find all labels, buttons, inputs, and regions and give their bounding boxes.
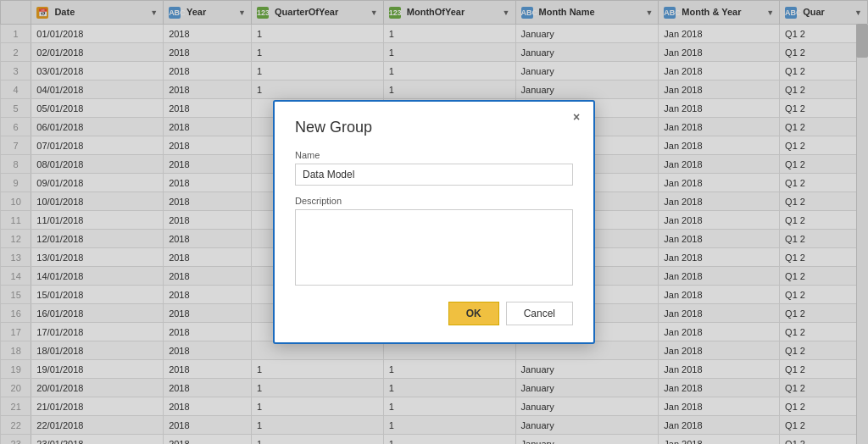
- cancel-button[interactable]: Cancel: [506, 302, 573, 325]
- name-input[interactable]: [295, 164, 573, 186]
- ok-button[interactable]: OK: [448, 302, 499, 325]
- dialog-buttons: OK Cancel: [295, 302, 573, 325]
- main-container: 📅 Date ▼ ABC Year ▼: [0, 0, 868, 444]
- dialog-close-button[interactable]: ×: [568, 108, 585, 125]
- new-group-dialog: × New Group Name Description OK Cancel: [273, 100, 595, 344]
- dialog-title: New Group: [295, 119, 573, 136]
- description-field-label: Description: [295, 196, 573, 206]
- description-textarea[interactable]: [295, 209, 573, 286]
- dialog-overlay: × New Group Name Description OK Cancel: [0, 0, 868, 444]
- name-field-label: Name: [295, 150, 573, 160]
